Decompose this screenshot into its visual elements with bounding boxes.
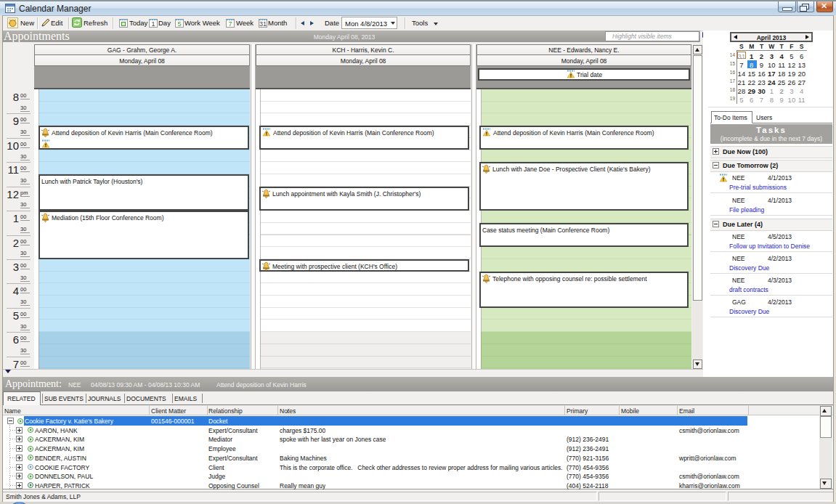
svg-text:5: 5	[177, 20, 181, 28]
svg-text:31: 31	[259, 20, 267, 28]
svg-text:7: 7	[228, 20, 232, 28]
svg-text:1: 1	[151, 20, 155, 28]
